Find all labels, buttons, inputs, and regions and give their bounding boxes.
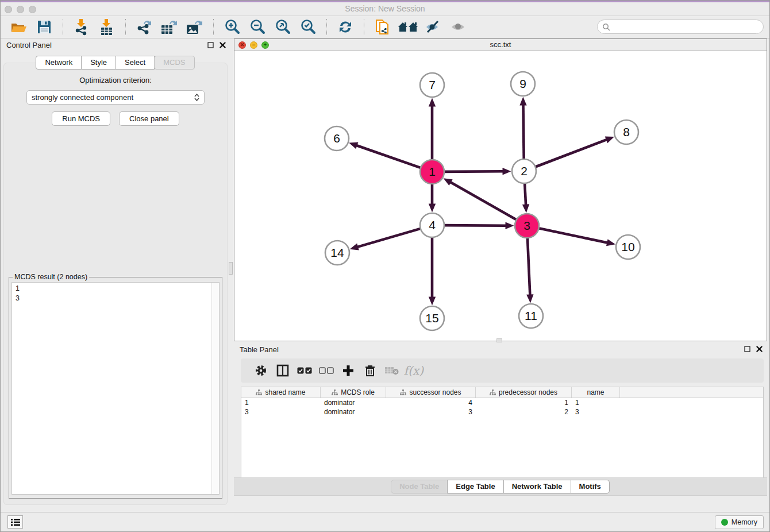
minimize-window-button[interactable] <box>17 6 24 13</box>
network-close-button[interactable]: ✕ <box>238 41 246 49</box>
edge-2-9[interactable] <box>523 104 523 159</box>
result-scrollbar[interactable] <box>211 283 219 494</box>
float-panel-icon[interactable] <box>207 42 214 48</box>
network-window-titlebar[interactable]: ✕ − + scc.txt <box>234 39 767 51</box>
network-maximize-button[interactable]: + <box>261 41 269 49</box>
import-table-icon <box>99 18 115 36</box>
graph-node-2[interactable]: 2 <box>512 159 536 183</box>
delete-table-button[interactable] <box>381 361 403 380</box>
close-window-button[interactable] <box>5 6 12 13</box>
search-input[interactable] <box>610 22 763 31</box>
table-cell[interactable]: 1 <box>476 398 572 407</box>
show-all-button[interactable] <box>446 18 471 36</box>
float-table-panel-icon[interactable] <box>744 346 750 352</box>
edge-3-11[interactable] <box>528 238 530 296</box>
zoom-window-button[interactable] <box>29 6 36 13</box>
first-neighbors-button[interactable] <box>395 18 421 36</box>
add-row-button[interactable] <box>337 361 359 380</box>
tab-network[interactable]: Network <box>36 56 82 70</box>
criterion-select[interactable]: strongly connected component <box>26 90 205 105</box>
table-settings-button[interactable] <box>250 361 272 380</box>
zoom-selected-button[interactable] <box>295 18 321 36</box>
export-image-button[interactable] <box>182 18 207 36</box>
graph-node-4[interactable]: 4 <box>420 213 444 237</box>
edge-2-3[interactable] <box>525 183 526 206</box>
table-cell[interactable]: 2 <box>476 407 572 417</box>
search-box[interactable] <box>597 20 764 34</box>
delete-row-button[interactable] <box>359 361 381 380</box>
column-header-shared-name[interactable]: shared name <box>241 387 321 398</box>
table-cell[interactable]: dominator <box>321 407 386 417</box>
tab-node-table[interactable]: Node Table <box>391 480 448 494</box>
titlebar: Session: New Session <box>1 2 769 16</box>
tab-mcds[interactable]: MCDS <box>154 56 194 70</box>
horizontal-splitter-handle[interactable] <box>496 338 502 342</box>
export-network-button[interactable] <box>132 18 157 36</box>
graph-node-11[interactable]: 11 <box>519 304 543 328</box>
panel-splitter-handle[interactable] <box>229 262 233 275</box>
graph-node-14[interactable]: 14 <box>325 241 349 265</box>
edge-1-6[interactable] <box>356 145 421 168</box>
graph-node-1[interactable]: 1 <box>420 160 444 184</box>
apply-layout-button[interactable] <box>333 18 358 36</box>
edge-1-2[interactable] <box>444 171 504 172</box>
export-table-button[interactable] <box>157 18 182 36</box>
table-row[interactable]: 3dominator323 <box>241 407 763 417</box>
column-header-successor-nodes[interactable]: successor nodes <box>386 387 476 398</box>
column-header-name[interactable]: name <box>572 387 620 398</box>
table-cell[interactable]: 1 <box>241 398 321 407</box>
graph-node-10[interactable]: 10 <box>616 235 640 259</box>
table-cell[interactable]: 3 <box>572 407 620 417</box>
tab-select[interactable]: Select <box>116 56 155 70</box>
select-all-columns-button[interactable] <box>294 361 315 380</box>
edge-3-1[interactable] <box>450 182 517 220</box>
graph-node-15[interactable]: 15 <box>420 306 444 330</box>
graph-node-9[interactable]: 9 <box>511 72 535 96</box>
edge-4-3[interactable] <box>444 225 507 226</box>
table-row[interactable]: 1dominator411 <box>241 398 763 407</box>
arrowhead-2-8 <box>605 137 614 144</box>
deselect-all-columns-button[interactable] <box>315 361 337 380</box>
edge-3-10[interactable] <box>539 228 609 242</box>
close-panel-icon[interactable] <box>220 42 226 48</box>
edge-2-8[interactable] <box>536 140 607 167</box>
table-cell[interactable]: 4 <box>386 398 476 407</box>
column-label: name <box>587 388 604 396</box>
zoom-out-button[interactable] <box>245 18 270 36</box>
hide-selection-button[interactable] <box>421 18 446 36</box>
task-history-button[interactable] <box>7 515 23 529</box>
network-minimize-button[interactable]: − <box>250 41 257 49</box>
zoom-fit-button[interactable] <box>270 18 295 36</box>
edge-4-14[interactable] <box>357 229 421 247</box>
tab-edge-table[interactable]: Edge Table <box>447 480 503 494</box>
mcds-result-list[interactable]: 13 <box>11 282 220 495</box>
import-network-button[interactable] <box>69 18 94 36</box>
zoom-in-button[interactable] <box>220 18 245 36</box>
run-mcds-button[interactable]: Run MCDS <box>52 111 110 126</box>
column-header-predecessor-nodes[interactable]: predecessor nodes <box>476 387 572 398</box>
close-table-panel-icon[interactable] <box>756 346 763 352</box>
network-from-selection-button[interactable] <box>370 18 395 36</box>
save-session-button[interactable] <box>32 18 57 36</box>
table-cell[interactable]: 1 <box>572 398 620 407</box>
network-canvas[interactable]: 7968124314101511 <box>234 51 767 341</box>
close-panel-button[interactable]: Close panel <box>119 111 179 126</box>
graph-node-6[interactable]: 6 <box>325 126 349 151</box>
function-builder-button[interactable]: f(x) <box>403 361 425 380</box>
export-network-icon <box>136 18 153 36</box>
column-header-MCDS-role[interactable]: MCDS role <box>321 387 386 398</box>
tab-style[interactable]: Style <box>81 56 116 70</box>
split-panel-button[interactable] <box>272 361 294 380</box>
graph-node-7[interactable]: 7 <box>420 73 444 97</box>
table-cell[interactable]: 3 <box>241 407 321 417</box>
open-file-button[interactable] <box>6 18 32 36</box>
graph-node-8[interactable]: 8 <box>614 120 638 144</box>
arrowhead-4-3 <box>505 222 514 229</box>
graph-node-3[interactable]: 3 <box>515 214 539 238</box>
import-table-button[interactable] <box>94 18 120 36</box>
table-cell[interactable]: dominator <box>321 398 386 407</box>
tab-network-table[interactable]: Network Table <box>503 480 571 494</box>
tab-motifs[interactable]: Motifs <box>571 480 610 494</box>
memory-button[interactable]: Memory <box>715 515 764 529</box>
table-cell[interactable]: 3 <box>386 407 476 417</box>
